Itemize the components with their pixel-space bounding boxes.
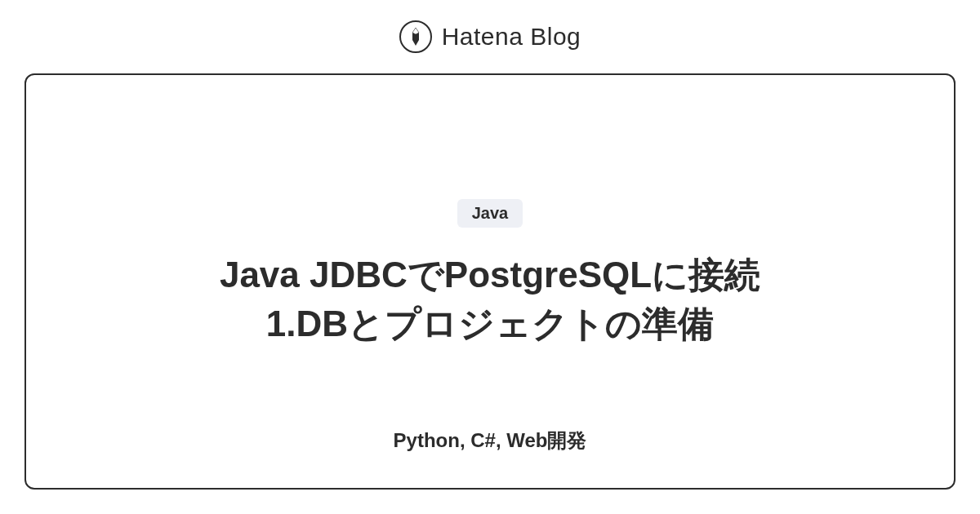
article-card: Java Java JDBCでPostgreSQLに接続1.DBとプロジェクトの… bbox=[24, 73, 956, 490]
blog-name: Python, C#, Web開発 bbox=[394, 428, 587, 454]
category-tag: Java bbox=[457, 199, 523, 228]
brand-name: Hatena Blog bbox=[442, 23, 581, 51]
article-title: Java JDBCでPostgreSQLに接続1.DBとプロジェクトの準備 bbox=[220, 250, 760, 348]
site-header: Hatena Blog bbox=[0, 0, 980, 73]
hatena-logo-icon bbox=[399, 20, 432, 53]
